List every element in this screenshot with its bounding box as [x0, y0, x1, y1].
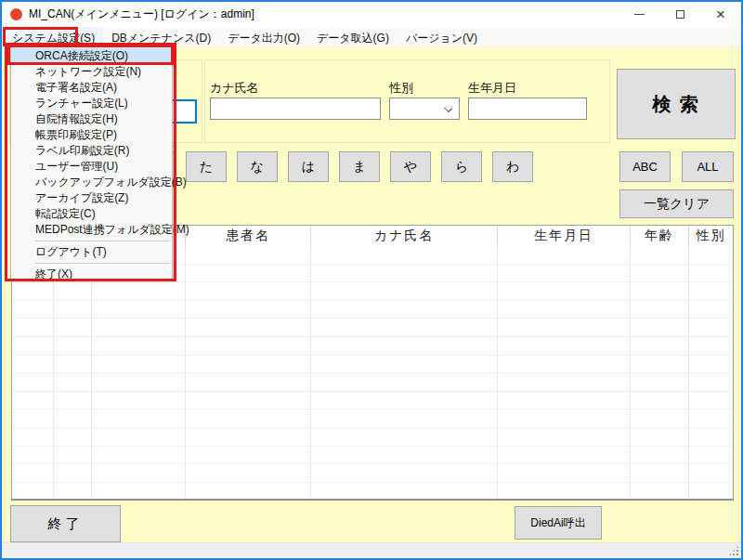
dropdown-menu-item[interactable]: 帳票印刷設定(P) — [11, 127, 172, 143]
table-row[interactable] — [12, 282, 733, 301]
table-cell — [498, 265, 631, 282]
menubar-item[interactable]: バージョン(V) — [398, 27, 486, 46]
exit-button[interactable]: 終了 — [10, 505, 121, 542]
table-cell — [689, 319, 733, 336]
table-header-cell[interactable]: 性別 — [689, 226, 733, 246]
status-bar — [2, 542, 741, 558]
table-header-cell[interactable]: 患者名 — [186, 226, 311, 246]
table-row[interactable] — [12, 392, 733, 410]
resize-grip-icon[interactable] — [728, 545, 739, 556]
table-row[interactable] — [12, 337, 733, 356]
close-button[interactable]: × — [700, 2, 741, 27]
table-cell — [311, 265, 498, 282]
abc-filter-button[interactable]: ABC — [619, 151, 671, 182]
table-row[interactable] — [12, 356, 733, 374]
table-cell — [498, 282, 631, 300]
table-cell — [689, 282, 733, 300]
diedai-call-button[interactable]: DiedAi呼出 — [515, 506, 602, 540]
table-cell — [186, 447, 311, 464]
table-cell — [689, 246, 733, 264]
table-cell — [92, 483, 186, 501]
dropdown-menu-item[interactable]: ORCA接続設定(O) — [11, 48, 172, 64]
minimize-button[interactable] — [619, 2, 659, 27]
kana-name-input[interactable] — [210, 98, 381, 120]
table-row[interactable] — [12, 301, 733, 319]
dropdown-menu-item[interactable]: MEDPost連携フォルダ設定(M) — [11, 222, 172, 238]
table-cell — [498, 246, 631, 264]
table-cell — [186, 337, 311, 355]
dropdown-menu-item[interactable]: ユーザー管理(U) — [11, 159, 172, 175]
table-row[interactable] — [12, 428, 733, 447]
table-cell — [631, 265, 689, 282]
table-row[interactable] — [12, 410, 733, 428]
table-row[interactable] — [12, 373, 733, 392]
table-cell — [311, 447, 498, 464]
menubar-item[interactable]: データ取込(G) — [308, 27, 398, 46]
dropdown-menu-item[interactable]: ログアウト(T) — [11, 244, 172, 260]
table-cell — [54, 301, 92, 319]
table-cell — [498, 337, 631, 355]
table-row[interactable] — [12, 483, 733, 501]
menubar: システム設定(S)DBメンテナンス(D)データ出力(O)データ取込(G)バージョ… — [2, 27, 741, 46]
table-cell — [498, 483, 631, 501]
table-cell — [689, 373, 733, 391]
kana-filter-button[interactable]: や — [390, 151, 431, 182]
table-row[interactable] — [12, 447, 733, 465]
table-cell — [631, 373, 689, 391]
table-cell — [689, 464, 733, 482]
table-cell — [311, 246, 498, 264]
close-icon: × — [716, 7, 725, 22]
dropdown-menu-item[interactable]: 自院情報設定(H) — [11, 111, 172, 127]
table-header-cell[interactable]: カナ氏名 — [311, 226, 498, 246]
dropdown-menu-item[interactable]: ネットワーク設定(N) — [11, 64, 172, 80]
dropdown-menu-item[interactable]: アーカイブ設定(Z) — [11, 190, 172, 206]
dropdown-menu-item[interactable]: 転記設定(C) — [11, 206, 172, 222]
table-cell — [186, 464, 311, 482]
table-header-cell[interactable]: 年齢 — [631, 226, 689, 246]
search-button[interactable]: 検 索 — [617, 69, 736, 139]
kana-filter-button[interactable]: ら — [441, 151, 482, 182]
table-row[interactable] — [12, 464, 733, 483]
birthdate-input[interactable] — [468, 98, 587, 120]
all-filter-button[interactable]: ALL — [682, 151, 734, 182]
kana-filter-button[interactable]: な — [237, 151, 278, 182]
table-cell — [631, 447, 689, 464]
table-header-cell[interactable]: 生年月日 — [498, 226, 631, 246]
menubar-item[interactable]: DBメンテナンス(D) — [103, 27, 219, 46]
table-cell — [498, 319, 631, 336]
kana-filter-button[interactable]: は — [288, 151, 329, 182]
chevron-down-icon — [444, 104, 452, 112]
table-cell — [92, 428, 186, 446]
kana-filter-button[interactable]: た — [186, 151, 227, 182]
table-cell — [311, 282, 498, 300]
menubar-item[interactable]: システム設定(S) — [4, 27, 103, 46]
table-cell — [12, 337, 54, 355]
dropdown-menu-item[interactable]: 電子署名設定(A) — [11, 80, 172, 96]
table-cell — [12, 410, 54, 427]
table-cell — [54, 319, 92, 336]
menubar-item[interactable]: データ出力(O) — [219, 27, 308, 46]
table-cell — [12, 464, 54, 482]
table-cell — [311, 483, 498, 501]
app-window: MI_CAN(メインメニュー) [ログイン：admin] × システム設定(S)… — [0, 0, 743, 560]
table-cell — [311, 428, 498, 446]
list-clear-button[interactable]: 一覧クリア — [619, 189, 734, 218]
dropdown-menu-item[interactable]: 終了(X) — [11, 267, 172, 282]
table-row[interactable] — [12, 319, 733, 337]
table-cell — [12, 319, 54, 336]
table-cell — [12, 483, 54, 501]
dropdown-menu-item[interactable]: バックアップフォルダ設定(B) — [11, 175, 172, 190]
table-cell — [689, 428, 733, 446]
table-cell — [186, 301, 311, 319]
menu-separator — [35, 263, 170, 264]
gender-select[interactable] — [389, 98, 460, 120]
kana-filter-button[interactable]: わ — [492, 151, 533, 182]
table-cell — [631, 246, 689, 264]
dropdown-menu-item[interactable]: ラベル印刷設定(R) — [11, 143, 172, 159]
table-cell — [12, 428, 54, 446]
maximize-button[interactable] — [659, 2, 700, 27]
table-cell — [186, 410, 311, 427]
dropdown-menu-item[interactable]: ランチャー設定(L) — [11, 96, 172, 111]
kana-filter-button[interactable]: ま — [339, 151, 380, 182]
table-cell — [311, 301, 498, 319]
